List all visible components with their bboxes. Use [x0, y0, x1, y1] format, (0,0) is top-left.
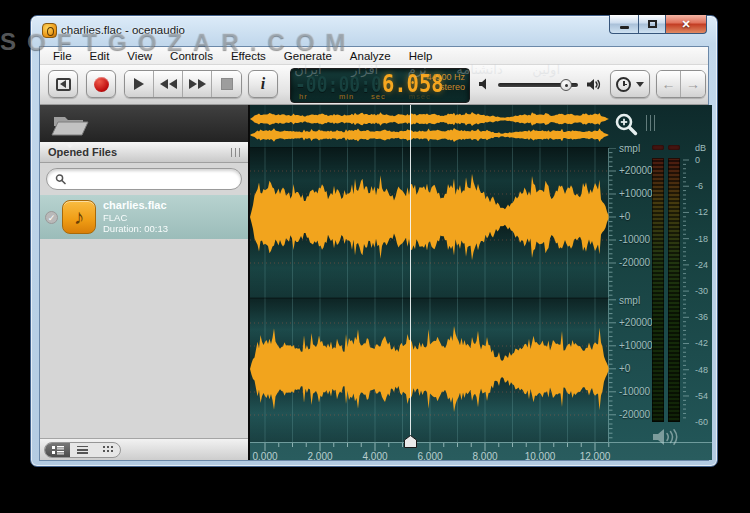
level-meter-left	[652, 158, 664, 422]
view-detail-list-button[interactable]	[45, 443, 70, 457]
search-input[interactable]	[71, 172, 233, 186]
search-icon	[55, 173, 66, 185]
plot-svg	[250, 148, 609, 442]
lcd-unit-msec: msec	[409, 92, 431, 101]
music-note-icon: ♪	[62, 200, 96, 234]
clip-led-left	[652, 145, 664, 150]
client-area: FileEditViewControlsEffectsGenerateAnaly…	[39, 46, 709, 461]
db-unit-label: dB	[695, 143, 706, 153]
folder-icon[interactable]	[51, 109, 89, 139]
volume-slider[interactable]	[498, 83, 578, 87]
meter-grip-icon[interactable]	[646, 115, 655, 131]
menu-item[interactable]: Edit	[81, 49, 119, 63]
menu-item[interactable]: Controls	[161, 49, 222, 63]
toolbar: i -00:00:06.058 44100 Hz stereo hr min s…	[40, 65, 708, 105]
time-tick-label: 8.000	[472, 451, 497, 460]
db-ruler	[683, 158, 692, 424]
nav-back-button[interactable]: ←	[657, 71, 681, 97]
playhead-marker[interactable]	[404, 435, 417, 448]
amplitude-tick-label: +20000	[619, 165, 653, 176]
sidebar-tabs	[40, 105, 248, 142]
amplitude-tick-label: -10000	[619, 234, 650, 245]
maximize-icon	[648, 20, 657, 28]
active-tab-notch	[64, 142, 76, 148]
menu-item[interactable]: Generate	[275, 49, 341, 63]
close-button[interactable]: ✕	[665, 15, 707, 34]
detail-list-icon	[52, 446, 64, 455]
fast-forward-icon	[189, 79, 206, 89]
info-icon: i	[261, 75, 265, 93]
menu-item[interactable]: File	[44, 49, 81, 63]
volume-high-icon[interactable]	[586, 77, 603, 92]
nav-forward-button[interactable]: →	[681, 71, 705, 97]
arrow-left-icon: ←	[662, 76, 676, 92]
zoom-in-icon[interactable]	[614, 112, 640, 138]
db-tick-label: -30	[695, 286, 708, 296]
rewind-icon	[160, 79, 177, 89]
waveform-area: smpl+20000+10000+0-10000-20000smpl+20000…	[250, 105, 712, 460]
amplitude-tick-label: +20000	[619, 317, 653, 328]
minimize-button[interactable]	[609, 15, 638, 34]
title-bar[interactable]: charlies.flac - ocenaudio ✕	[31, 16, 717, 46]
play-icon	[134, 78, 144, 90]
file-duration: Duration: 00:13	[103, 223, 168, 234]
sidebar-footer	[40, 438, 248, 460]
amplitude-tick-label: +0	[619, 211, 630, 222]
play-button[interactable]	[125, 71, 154, 97]
info-button[interactable]: i	[248, 70, 278, 98]
playhead[interactable]	[410, 105, 411, 442]
file-list-item[interactable]: ✓ ♪ charlies.flac FLAC Duration: 00:13	[40, 195, 248, 239]
lcd-unit-hr: hr	[299, 92, 308, 101]
overview-strip[interactable]	[250, 105, 609, 148]
menu-bar: FileEditViewControlsEffectsGenerateAnaly…	[40, 47, 708, 65]
level-meter-right	[668, 158, 680, 422]
skip-to-start-button[interactable]	[48, 70, 78, 98]
db-tick-label: -48	[695, 365, 708, 375]
arrow-right-icon: →	[686, 76, 700, 92]
file-check-icon[interactable]: ✓	[45, 211, 58, 224]
file-name: charlies.flac	[103, 200, 168, 211]
menu-item[interactable]: Help	[400, 49, 442, 63]
stop-button[interactable]	[212, 71, 241, 97]
window-title: charlies.flac - ocenaudio	[61, 24, 185, 36]
record-icon	[94, 77, 109, 92]
amplitude-tick-label: -20000	[619, 257, 650, 268]
chevron-down-icon	[636, 82, 644, 87]
volume-slider-knob[interactable]	[560, 79, 572, 91]
time-tick-label: 12.000	[580, 451, 611, 460]
db-tick-label: -54	[695, 391, 708, 401]
amplitude-tick-label: -10000	[619, 386, 650, 397]
lcd-unit-min: min	[339, 92, 354, 101]
time-tick-label: 10.000	[525, 451, 556, 460]
db-tick-label: 0	[695, 155, 700, 165]
list-icon	[77, 446, 88, 454]
app-icon	[42, 23, 57, 38]
panel-title: Opened Files	[48, 146, 117, 158]
sample-rate: 44100 Hz	[426, 72, 465, 82]
amplitude-tick-label: +10000	[619, 340, 653, 351]
rewind-button[interactable]	[154, 71, 183, 97]
amplitude-tick-label: +10000	[619, 188, 653, 199]
fast-forward-button[interactable]	[183, 71, 212, 97]
record-button[interactable]	[86, 70, 116, 98]
volume-low-icon[interactable]	[478, 77, 492, 91]
file-format: FLAC	[103, 212, 168, 223]
waveform-plot[interactable]	[250, 148, 609, 442]
maximize-button[interactable]	[638, 15, 665, 34]
amplitude-tick-label: -20000	[619, 409, 650, 420]
record-timer-button[interactable]	[610, 70, 650, 98]
time-display: -00:00:06.058 44100 Hz stereo hr min sec…	[290, 68, 470, 103]
search-box	[46, 168, 242, 190]
amplitude-unit-label: smpl	[619, 295, 640, 306]
panel-grip-icon[interactable]	[231, 148, 240, 157]
menu-item[interactable]: View	[118, 49, 161, 63]
view-grid-button[interactable]	[95, 443, 120, 457]
view-list-button[interactable]	[70, 443, 95, 457]
db-tick-label: -12	[695, 207, 708, 217]
time-axis[interactable]: 0.0002.0004.0006.0008.00010.00012.000	[250, 442, 712, 460]
channel-mode: stereo	[426, 82, 465, 92]
db-tick-label: -18	[695, 234, 708, 244]
minimize-icon	[620, 26, 629, 29]
menu-item[interactable]: Analyze	[341, 49, 400, 63]
menu-item[interactable]: Effects	[222, 49, 275, 63]
